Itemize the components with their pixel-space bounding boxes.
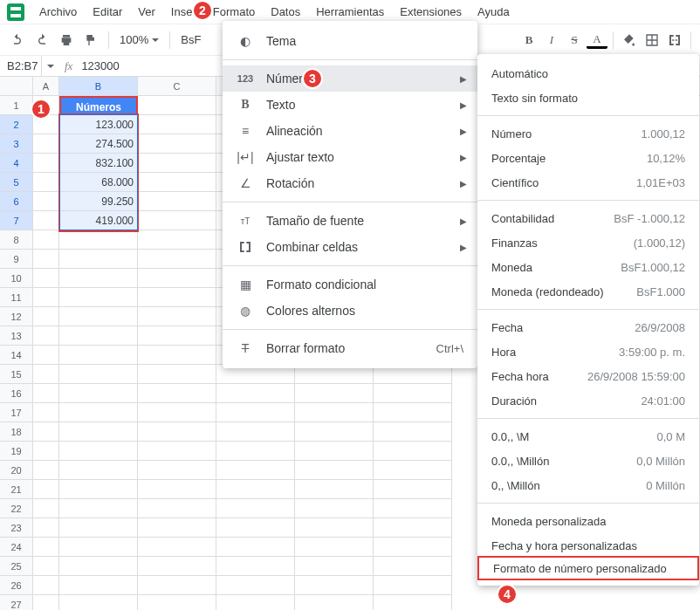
- cell[interactable]: [138, 576, 216, 595]
- row-header[interactable]: 4: [0, 154, 33, 173]
- cell[interactable]: [216, 595, 295, 610]
- cell[interactable]: [374, 422, 452, 442]
- menu-editar[interactable]: Editar: [85, 2, 130, 22]
- cell[interactable]: [216, 480, 295, 499]
- menu-archivo[interactable]: Archivo: [31, 2, 85, 22]
- menu-item-text[interactable]: B Texto ▶: [223, 92, 477, 118]
- text-color-button[interactable]: A: [587, 31, 607, 49]
- col-header-a[interactable]: A: [33, 77, 59, 95]
- cell[interactable]: [374, 442, 452, 461]
- cell[interactable]: [374, 403, 452, 422]
- cell[interactable]: [59, 346, 138, 365]
- submenu-item-date-1[interactable]: Hora3:59:00 p. m.: [477, 339, 699, 364]
- cell[interactable]: [216, 403, 295, 422]
- cell[interactable]: [374, 499, 452, 518]
- submenu-item-cust-0[interactable]: 0.0,, \M0,0 M: [477, 424, 699, 449]
- cell[interactable]: [59, 461, 138, 480]
- cell[interactable]: [138, 134, 216, 154]
- menu-ver[interactable]: Ver: [130, 2, 163, 22]
- cell[interactable]: [216, 422, 295, 442]
- print-button[interactable]: [56, 30, 77, 51]
- cell[interactable]: [138, 365, 216, 384]
- menu-ayuda[interactable]: Ayuda: [470, 2, 518, 22]
- row-header[interactable]: 17: [0, 403, 33, 422]
- row-header[interactable]: 11: [0, 288, 33, 307]
- submenu-item-num-0[interactable]: Número1.000,12: [477, 121, 699, 146]
- cell[interactable]: [138, 538, 216, 557]
- cell[interactable]: [216, 576, 295, 595]
- cell[interactable]: [138, 211, 216, 230]
- strikethrough-button[interactable]: S: [564, 30, 585, 51]
- cell[interactable]: [33, 538, 59, 557]
- cell[interactable]: [374, 384, 452, 403]
- submenu-item-date-2[interactable]: Fecha hora26/9/2008 15:59:00: [477, 364, 699, 388]
- row-header[interactable]: 9: [0, 250, 33, 269]
- cell[interactable]: 99.250: [59, 192, 138, 211]
- row-header[interactable]: 16: [0, 384, 33, 403]
- cell[interactable]: [216, 442, 295, 461]
- cell[interactable]: [33, 154, 59, 173]
- cell[interactable]: [374, 518, 452, 538]
- row-header[interactable]: 7: [0, 211, 33, 230]
- row-header[interactable]: 8: [0, 230, 33, 250]
- cell[interactable]: [138, 288, 216, 307]
- cell[interactable]: [138, 307, 216, 326]
- row-header[interactable]: 27: [0, 595, 33, 610]
- menu-formato[interactable]: Formato: [205, 2, 263, 22]
- cell[interactable]: [59, 288, 138, 307]
- submenu-item-custom-number[interactable]: Formato de número personalizado: [477, 556, 699, 580]
- row-header[interactable]: 2: [0, 115, 33, 134]
- zoom-selector[interactable]: 100%: [116, 33, 162, 46]
- cell[interactable]: [295, 576, 374, 595]
- row-header[interactable]: 10: [0, 269, 33, 288]
- cell[interactable]: [33, 192, 59, 211]
- cell[interactable]: [138, 557, 216, 576]
- menu-item-rotate[interactable]: ∠ Rotación ▶: [223, 170, 477, 196]
- row-header[interactable]: 21: [0, 480, 33, 499]
- cell[interactable]: [33, 250, 59, 269]
- cell[interactable]: [138, 422, 216, 442]
- cell[interactable]: [33, 442, 59, 461]
- name-box[interactable]: B2:B7: [0, 56, 42, 76]
- italic-button[interactable]: I: [541, 30, 562, 51]
- submenu-item-fin-0[interactable]: ContabilidadBsF -1.000,12: [477, 206, 699, 230]
- cell[interactable]: [295, 595, 374, 610]
- select-all-corner[interactable]: [0, 77, 33, 95]
- submenu-item-plain[interactable]: Texto sin formato: [477, 86, 699, 110]
- cell[interactable]: [295, 538, 374, 557]
- cell[interactable]: [295, 557, 374, 576]
- row-header[interactable]: 1: [0, 96, 33, 115]
- row-header[interactable]: 5: [0, 173, 33, 192]
- cell[interactable]: [33, 576, 59, 595]
- cell[interactable]: [59, 442, 138, 461]
- row-header[interactable]: 3: [0, 134, 33, 154]
- submenu-item-cust-2[interactable]: 0,, \Millón0 Millón: [477, 473, 699, 497]
- cell[interactable]: [59, 250, 138, 269]
- cell[interactable]: [295, 384, 374, 403]
- cell[interactable]: [59, 480, 138, 499]
- cell[interactable]: [138, 326, 216, 346]
- cell[interactable]: [33, 230, 59, 250]
- cell[interactable]: [59, 422, 138, 442]
- cell[interactable]: [295, 461, 374, 480]
- menu-item-conditional[interactable]: ▦ Formato condicional: [223, 271, 477, 298]
- cell[interactable]: [33, 403, 59, 422]
- cell[interactable]: [59, 538, 138, 557]
- cell[interactable]: [59, 499, 138, 518]
- cell[interactable]: [138, 461, 216, 480]
- cell[interactable]: 274.500: [59, 134, 138, 154]
- cell[interactable]: [59, 403, 138, 422]
- cell[interactable]: [295, 422, 374, 442]
- borders-button[interactable]: [642, 30, 662, 51]
- cell[interactable]: [138, 518, 216, 538]
- menu-item-clear[interactable]: T Borrar formato Ctrl+\: [223, 335, 477, 361]
- cell[interactable]: [374, 480, 452, 499]
- menu-item-theme[interactable]: ◐ Tema: [223, 28, 477, 54]
- cell[interactable]: [374, 461, 452, 480]
- menu-item-align[interactable]: ≡ Alineación ▶: [223, 118, 477, 144]
- cell[interactable]: [374, 576, 452, 595]
- formula-input[interactable]: 123000: [78, 59, 122, 72]
- cell[interactable]: [138, 96, 216, 115]
- cell[interactable]: [33, 173, 59, 192]
- cell[interactable]: [59, 518, 138, 538]
